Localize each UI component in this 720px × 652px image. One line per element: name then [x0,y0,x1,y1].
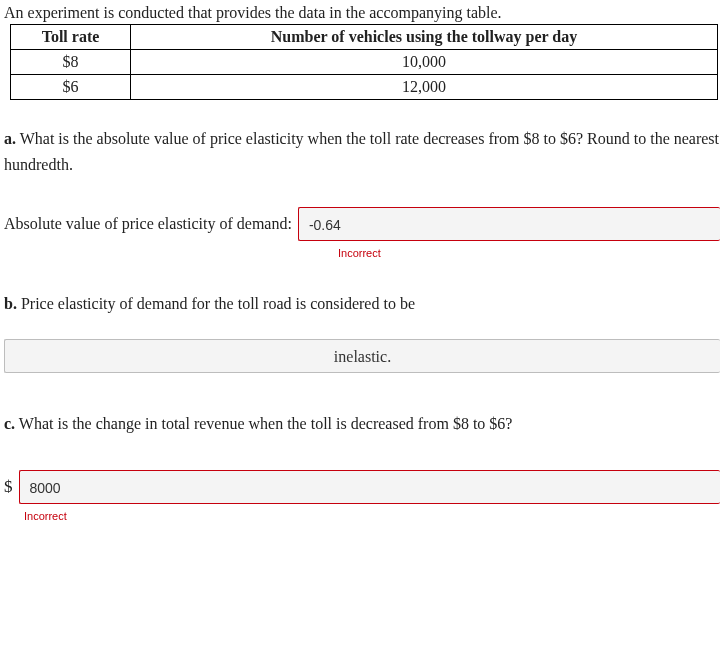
data-table: Toll rate Number of vehicles using the t… [10,24,718,100]
feedback-a: Incorrect [338,247,720,259]
table-cell: 10,000 [131,50,718,75]
answer-a-row: Absolute value of price elasticity of de… [4,207,720,241]
table-cell: $6 [11,75,131,100]
part-b-text: Price elasticity of demand for the toll … [17,295,415,312]
table-row: $6 12,000 [11,75,718,100]
table-row: $8 10,000 [11,50,718,75]
answer-c-row: $ 8000 [4,470,720,504]
answer-c-input[interactable]: 8000 [19,470,721,504]
table-cell: $8 [11,50,131,75]
question-b: b. Price elasticity of demand for the to… [4,291,720,317]
part-a-label: a. [4,130,16,147]
answer-b-row: inelastic. [4,339,720,373]
part-b-label: b. [4,295,17,312]
answer-a-label: Absolute value of price elasticity of de… [4,215,292,233]
answer-a-input[interactable]: -0.64 [298,207,720,241]
part-a-text: What is the absolute value of price elas… [4,130,719,173]
part-c-label: c. [4,415,15,432]
table-header-vehicles: Number of vehicles using the tollway per… [131,25,718,50]
feedback-c: Incorrect [24,510,720,522]
answer-b-select[interactable]: inelastic. [4,339,720,373]
table-cell: 12,000 [131,75,718,100]
part-c-text: What is the change in total revenue when… [15,415,512,432]
dollar-prefix: $ [4,477,13,497]
question-c: c. What is the change in total revenue w… [4,411,720,437]
intro-text: An experiment is conducted that provides… [4,4,720,22]
table-header-toll: Toll rate [11,25,131,50]
question-a: a. What is the absolute value of price e… [4,126,720,177]
